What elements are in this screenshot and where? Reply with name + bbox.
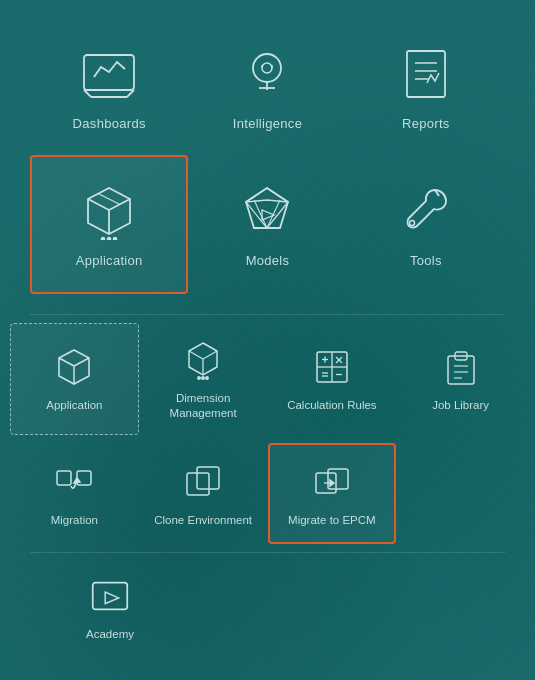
svg-point-5 [262, 63, 272, 73]
migration-label: Migration [51, 513, 98, 528]
models-label: Models [246, 253, 290, 270]
sub-item-job-library[interactable]: Job Library [396, 323, 525, 435]
svg-marker-67 [105, 592, 118, 604]
migrate-epcm-icon [309, 459, 355, 505]
menu-item-application[interactable]: Application [30, 155, 188, 294]
sub-item-application[interactable]: Application [10, 323, 139, 435]
sub-item-migration[interactable]: Migration [10, 443, 139, 544]
menu-item-models[interactable]: Models [188, 155, 346, 294]
menu-item-tools[interactable]: Tools [347, 155, 505, 294]
clone-icon [180, 459, 226, 505]
reports-icon [394, 42, 458, 106]
job-library-label: Job Library [432, 398, 489, 413]
svg-point-40 [206, 377, 208, 379]
sub-item-calculation-rules[interactable]: Calculation Rules [268, 323, 397, 435]
menu-item-intelligence[interactable]: Intelligence [188, 20, 346, 155]
models-icon [235, 179, 299, 243]
svg-point-4 [253, 54, 281, 82]
migrate-to-epcm-label: Migrate to EPCM [288, 513, 376, 528]
svg-point-29 [409, 220, 414, 225]
dimension-management-label: Dimension Management [145, 391, 262, 421]
reports-label: Reports [402, 116, 450, 133]
application-icon [77, 179, 141, 243]
migration-icon [51, 459, 97, 505]
application-label: Application [76, 253, 143, 270]
svg-line-36 [189, 351, 203, 359]
svg-point-21 [114, 237, 117, 240]
svg-line-15 [88, 199, 109, 210]
svg-marker-65 [330, 480, 334, 486]
tools-icon [394, 179, 458, 243]
svg-line-32 [59, 358, 74, 366]
svg-point-20 [108, 237, 111, 240]
svg-marker-22 [246, 188, 288, 228]
menu-item-dashboards[interactable]: Dashboards [30, 20, 188, 155]
svg-line-1 [84, 90, 91, 97]
sub-item-clone-environment[interactable]: Clone Environment [139, 443, 268, 544]
clone-environment-label: Clone Environment [154, 513, 252, 528]
svg-marker-59 [74, 478, 80, 483]
dashboards-label: Dashboards [73, 116, 146, 133]
intelligence-icon [235, 42, 299, 106]
sub-item-dimension-management[interactable]: Dimension Management [139, 323, 268, 435]
academy-icon [87, 573, 133, 619]
academy-label: Academy [86, 627, 134, 642]
application-sub-label: Application [46, 398, 102, 413]
application-sub-icon [51, 344, 97, 390]
svg-line-37 [203, 351, 217, 359]
empty-cell [396, 443, 525, 544]
svg-point-19 [102, 237, 105, 240]
svg-rect-61 [197, 467, 219, 489]
menu-item-reports[interactable]: Reports [347, 20, 505, 155]
menu-item-academy[interactable]: Academy [30, 553, 190, 662]
svg-marker-28 [262, 210, 274, 220]
svg-point-41 [198, 377, 200, 379]
sub-item-migrate-to-epcm[interactable]: Migrate to EPCM [268, 443, 397, 544]
svg-line-33 [74, 358, 89, 366]
tools-label: Tools [410, 253, 442, 270]
svg-marker-23 [246, 188, 288, 202]
job-icon [438, 344, 484, 390]
svg-rect-57 [57, 471, 71, 485]
svg-line-18 [98, 193, 120, 204]
svg-rect-60 [187, 473, 209, 495]
svg-rect-66 [93, 582, 128, 609]
dimension-icon [180, 337, 226, 383]
calculation-rules-label: Calculation Rules [287, 398, 377, 413]
intelligence-label: Intelligence [233, 116, 302, 133]
calc-icon [309, 344, 355, 390]
dashboard-icon [77, 42, 141, 106]
svg-point-39 [202, 377, 204, 379]
svg-line-2 [127, 90, 134, 97]
